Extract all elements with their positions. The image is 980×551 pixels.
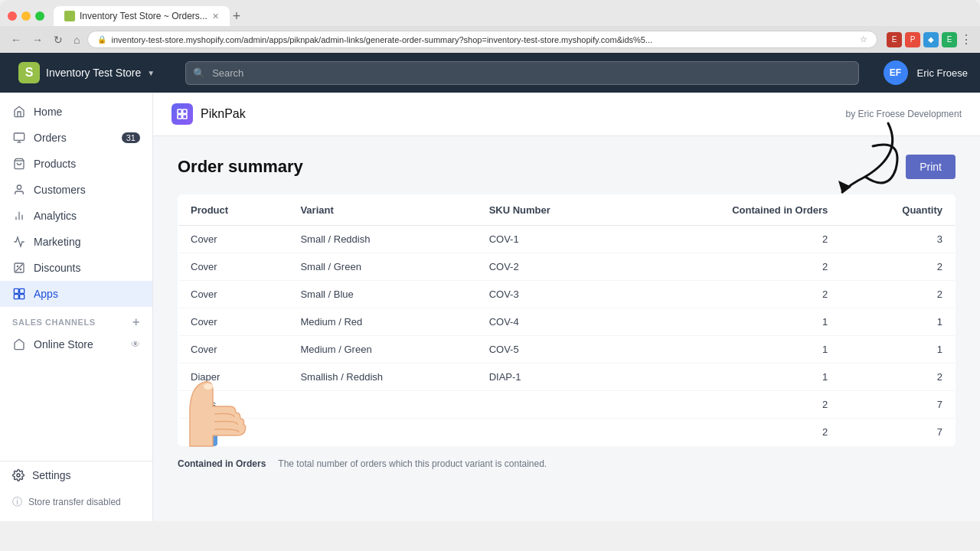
search-input[interactable] bbox=[185, 61, 858, 85]
col-header-sku: SKU Number bbox=[477, 195, 629, 226]
cell-variant: Medium / Green bbox=[288, 336, 476, 364]
cell-contained: 2 bbox=[628, 419, 840, 446]
cell-sku: COV-4 bbox=[477, 308, 629, 336]
online-store-eye-icon: 👁 bbox=[131, 339, 140, 350]
sidebar-item-home[interactable]: Home bbox=[0, 99, 152, 125]
cell-sku: COV-1 bbox=[477, 226, 629, 253]
sidebar-label-products: Products bbox=[34, 158, 76, 170]
svg-rect-15 bbox=[20, 295, 24, 299]
reload-button[interactable]: ↻ bbox=[51, 32, 66, 47]
svg-rect-13 bbox=[20, 289, 24, 293]
sidebar-item-apps[interactable]: Apps bbox=[0, 281, 152, 307]
cell-contained: 1 bbox=[628, 308, 840, 336]
store-selector[interactable]: S Inventory Test Store ▼ bbox=[12, 59, 161, 86]
table-row: Cover Small / Green COV-2 2 2 bbox=[178, 253, 956, 281]
svg-rect-14 bbox=[14, 295, 18, 299]
cell-variant: Small / Green bbox=[288, 253, 476, 281]
new-tab-button[interactable]: + bbox=[233, 8, 241, 24]
online-store-icon bbox=[12, 337, 26, 351]
sales-channels-label: SALES CHANNELS bbox=[12, 318, 96, 327]
table-row: Pants 2 7 bbox=[178, 391, 956, 419]
svg-point-9 bbox=[20, 269, 21, 269]
sidebar-item-discounts[interactable]: Discounts bbox=[0, 255, 152, 281]
sidebar-item-customers[interactable]: Customers bbox=[0, 177, 152, 203]
maximize-dot[interactable] bbox=[35, 11, 44, 21]
print-button[interactable]: Print bbox=[906, 155, 956, 179]
minimize-dot[interactable] bbox=[21, 11, 31, 21]
forward-button[interactable]: → bbox=[29, 32, 46, 47]
orders-badge: 31 bbox=[122, 132, 140, 143]
cell-product: T-Shirt bbox=[178, 419, 289, 446]
svg-rect-19 bbox=[178, 115, 181, 119]
customers-icon bbox=[12, 183, 26, 197]
sidebar-bottom: Settings ⓘ Store transfer disabled bbox=[0, 461, 152, 515]
sidebar-item-orders[interactable]: Orders 31 bbox=[0, 125, 152, 151]
settings-icon bbox=[12, 469, 24, 481]
settings-item[interactable]: Settings bbox=[0, 461, 152, 489]
cell-variant bbox=[288, 419, 476, 446]
sales-channels-section: SALES CHANNELS + bbox=[0, 307, 152, 331]
cell-quantity: 1 bbox=[840, 308, 955, 336]
cell-sku: DIAP-1 bbox=[477, 364, 629, 391]
cell-quantity: 2 bbox=[840, 253, 955, 281]
cell-product: Pants bbox=[178, 391, 289, 419]
store-selector-chevron: ▼ bbox=[147, 69, 155, 77]
col-header-contained: Contained in Orders bbox=[628, 195, 840, 226]
svg-point-4 bbox=[17, 185, 21, 189]
info-icon: ⓘ bbox=[12, 495, 22, 509]
col-header-product: Product bbox=[178, 195, 289, 226]
col-header-quantity: Quantity bbox=[840, 195, 955, 226]
browser-tab[interactable]: Inventory Test Store ~ Orders... ✕ bbox=[54, 6, 230, 26]
cell-sku: COV-5 bbox=[477, 336, 629, 364]
home-button[interactable]: ⌂ bbox=[70, 32, 83, 47]
table-row: T-Shirt 2 7 bbox=[178, 419, 956, 446]
cell-variant bbox=[288, 391, 476, 419]
cell-sku bbox=[477, 419, 629, 446]
lock-icon: 🔒 bbox=[97, 35, 106, 44]
ext-icon-4: E bbox=[942, 32, 957, 47]
add-sales-channel-button[interactable]: + bbox=[132, 316, 140, 328]
tab-favicon bbox=[64, 11, 75, 21]
address-bar[interactable]: 🔒 inventory-test-store.myshopify.com/adm… bbox=[87, 31, 877, 48]
user-avatar[interactable]: EF bbox=[884, 60, 908, 85]
search-area: 🔍 bbox=[185, 61, 858, 85]
table-row: Cover Small / Blue COV-3 2 2 bbox=[178, 281, 956, 308]
app-header: PiknPak by Eric Froese Development bbox=[153, 93, 980, 136]
sidebar-label-apps: Apps bbox=[34, 288, 58, 300]
sidebar-item-marketing[interactable]: Marketing bbox=[0, 229, 152, 255]
table-row: Cover Medium / Green COV-5 1 1 bbox=[178, 336, 956, 364]
cell-variant: Smallish / Reddish bbox=[288, 364, 476, 391]
cell-contained: 2 bbox=[628, 281, 840, 308]
table-row: Diaper Smallish / Reddish DIAP-1 1 2 bbox=[178, 364, 956, 391]
orders-icon bbox=[12, 131, 26, 145]
ext-icon-2: P bbox=[905, 32, 920, 47]
order-summary-header: Order summary Print bbox=[178, 155, 956, 179]
sidebar-item-analytics[interactable]: Analytics bbox=[0, 203, 152, 229]
cell-quantity: 2 bbox=[840, 281, 955, 308]
sidebar-item-products[interactable]: Products bbox=[0, 151, 152, 177]
cell-contained: 2 bbox=[628, 226, 840, 253]
close-dot[interactable] bbox=[8, 11, 17, 21]
summary-table: Product Variant SKU Number Contained in … bbox=[178, 194, 956, 446]
sidebar-label-marketing: Marketing bbox=[34, 236, 80, 248]
sidebar-label-analytics: Analytics bbox=[34, 210, 77, 222]
table-row: Cover Medium / Red COV-4 1 1 bbox=[178, 308, 956, 336]
svg-line-10 bbox=[15, 264, 22, 271]
svg-rect-12 bbox=[14, 289, 18, 293]
sidebar-item-online-store[interactable]: Online Store 👁 bbox=[0, 331, 152, 357]
back-button[interactable]: ← bbox=[8, 32, 24, 47]
more-options-button[interactable]: ⋮ bbox=[960, 32, 972, 47]
ext-icon-3: ◆ bbox=[923, 32, 939, 47]
user-name[interactable]: Eric Froese bbox=[917, 67, 968, 79]
svg-rect-18 bbox=[183, 109, 187, 113]
cell-sku: COV-3 bbox=[477, 281, 629, 308]
store-name: Inventory Test Store bbox=[46, 67, 141, 79]
cell-contained: 2 bbox=[628, 253, 840, 281]
cell-quantity: 3 bbox=[840, 226, 955, 253]
content-area: PiknPak by Eric Froese Development Order… bbox=[153, 93, 980, 521]
cell-sku bbox=[477, 391, 629, 419]
extension-icons: E P ◆ E ⋮ bbox=[887, 32, 972, 47]
sidebar-label-online-store: Online Store bbox=[34, 338, 93, 350]
tab-close-button[interactable]: ✕ bbox=[212, 11, 219, 21]
products-icon bbox=[12, 157, 26, 171]
